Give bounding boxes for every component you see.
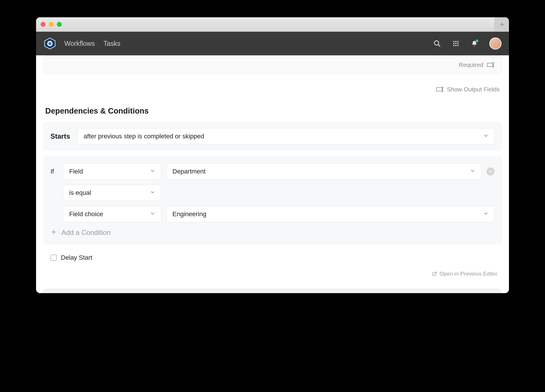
chevron-down-icon: [483, 210, 488, 218]
cond-valtype-select[interactable]: Field choice: [63, 206, 161, 222]
svg-rect-18: [436, 88, 442, 91]
chevron-down-icon: [470, 168, 475, 175]
field-card-top: Required: [43, 55, 502, 74]
starts-card: Starts after previous step is completed …: [43, 122, 502, 151]
cond-valtype-value: Field choice: [69, 210, 103, 218]
app-window: Workflows Tasks Required: [36, 17, 509, 293]
add-condition-button[interactable]: Add a Condition: [50, 228, 495, 237]
apps-grid-icon: [452, 40, 459, 47]
main-nav: Workflows Tasks: [64, 40, 120, 48]
cond-field-select[interactable]: Department: [166, 163, 481, 180]
external-link-icon: [432, 271, 437, 276]
svg-point-9: [455, 43, 456, 44]
svg-point-10: [457, 43, 458, 44]
window-controls: [41, 22, 62, 27]
svg-point-6: [455, 41, 456, 42]
plus-icon: [499, 22, 505, 27]
condition-row-1: If Field Department: [50, 163, 495, 180]
chevron-down-icon: [150, 168, 155, 175]
starts-value: after previous step is completed or skip…: [84, 133, 204, 140]
svg-point-8: [453, 43, 454, 44]
open-prev-label: Open in Previous Editor: [439, 271, 497, 277]
input-field-icon[interactable]: [487, 62, 495, 68]
notification-badge: [476, 39, 478, 42]
cond-op-select[interactable]: is equal: [63, 185, 161, 201]
svg-point-13: [457, 45, 458, 46]
next-panel-peek: [43, 289, 502, 293]
svg-point-11: [453, 45, 454, 46]
section-title: Dependencies & Conditions: [43, 104, 502, 122]
starts-select[interactable]: after previous step is completed or skip…: [78, 128, 495, 144]
cond-value: Engineering: [172, 210, 206, 218]
chevron-down-icon: [150, 210, 155, 218]
show-output-fields-button[interactable]: Show Output Fields: [43, 78, 502, 104]
cond-field-value: Department: [172, 168, 206, 175]
starts-label: Starts: [50, 132, 70, 140]
svg-point-7: [457, 41, 458, 42]
add-condition-label: Add a Condition: [61, 229, 111, 237]
svg-point-5: [453, 41, 454, 42]
svg-rect-14: [487, 63, 493, 67]
svg-point-12: [455, 45, 456, 46]
svg-point-2: [48, 42, 52, 45]
app-header: Workflows Tasks: [36, 32, 509, 55]
close-icon: [488, 169, 493, 174]
app-logo[interactable]: [44, 37, 56, 50]
cond-op-value: is equal: [69, 189, 91, 197]
maximize-window-button[interactable]: [57, 22, 62, 27]
cond-value-select[interactable]: Engineering: [166, 206, 495, 222]
page-content: Required Show Output Fields Dependencies…: [36, 55, 509, 289]
cond-type-value: Field: [69, 168, 83, 175]
delay-start-row: Delay Start: [43, 245, 502, 264]
apps-button[interactable]: [452, 40, 459, 47]
output-field-icon: [436, 86, 444, 93]
chevron-down-icon: [483, 133, 488, 140]
minimize-window-button[interactable]: [49, 22, 54, 27]
condition-value-row: Field choice Engineering: [63, 206, 495, 222]
conditions-card: If Field Department is equal: [43, 156, 502, 245]
show-output-label: Show Output Fields: [447, 86, 500, 93]
chevron-down-icon: [150, 189, 155, 197]
nav-tasks[interactable]: Tasks: [104, 40, 121, 48]
search-button[interactable]: [433, 40, 441, 47]
search-icon: [433, 40, 441, 47]
header-actions: [433, 37, 501, 50]
user-avatar[interactable]: [489, 37, 501, 50]
remove-condition-button[interactable]: [486, 167, 495, 176]
nav-workflows[interactable]: Workflows: [64, 40, 95, 48]
open-previous-editor-link[interactable]: Open in Previous Editor: [43, 264, 502, 282]
required-label: Required: [459, 61, 483, 68]
titlebar: [36, 17, 509, 32]
delay-start-label: Delay Start: [61, 254, 92, 261]
new-tab-button[interactable]: [495, 17, 509, 31]
svg-line-4: [438, 44, 440, 46]
condition-op-row: is equal: [63, 185, 495, 201]
notifications-button[interactable]: [471, 40, 478, 47]
delay-start-checkbox[interactable]: [50, 255, 57, 261]
close-window-button[interactable]: [41, 22, 46, 27]
if-label: If: [50, 168, 58, 175]
plus-icon: [50, 228, 57, 237]
cond-type-select[interactable]: Field: [63, 163, 161, 180]
hex-logo-icon: [44, 37, 56, 50]
